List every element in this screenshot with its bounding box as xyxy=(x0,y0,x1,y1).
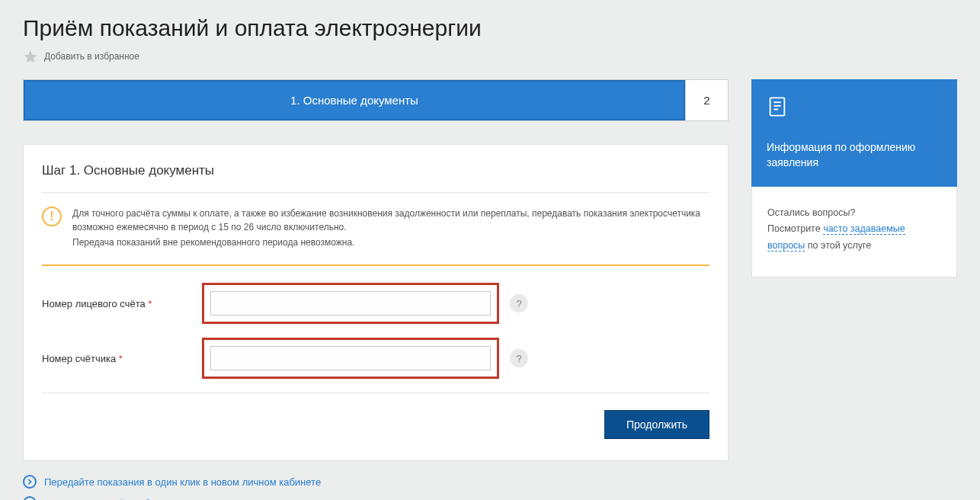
favorite-label: Добавить в избранное xyxy=(44,51,139,62)
quick-link-water-meters[interactable]: Приём показаний приборов учёта воды xyxy=(44,498,226,501)
account-number-input[interactable] xyxy=(210,291,491,316)
faq-suffix: по этой услуге xyxy=(805,240,871,251)
sidebar-info-header: Информация по оформлению заявления xyxy=(751,79,957,187)
document-icon xyxy=(767,96,788,117)
add-to-favorites[interactable]: Добавить в избранное xyxy=(23,49,957,64)
account-number-label: Номер лицевого счёта * xyxy=(42,298,202,309)
step-1-tab[interactable]: 1. Основные документы xyxy=(24,80,685,120)
notice-line-2: Передача показаний вне рекомендованного … xyxy=(72,236,709,249)
meter-number-input[interactable] xyxy=(210,346,491,370)
quick-links: Передайте показания в один клик в новом … xyxy=(23,475,729,500)
stepper: 1. Основные документы 2 xyxy=(23,79,729,121)
notice-text: Для точного расчёта суммы к оплате, а та… xyxy=(72,207,709,251)
form-card: Шаг 1. Основные документы ! Для точного … xyxy=(23,144,729,461)
svg-rect-0 xyxy=(770,98,785,115)
step-heading: Шаг 1. Основные документы xyxy=(42,163,709,193)
warning-icon: ! xyxy=(42,207,62,226)
meter-number-label: Номер счётчика * xyxy=(42,353,202,364)
meter-input-highlight xyxy=(202,338,499,379)
step-2-tab[interactable]: 2 xyxy=(685,80,728,120)
sidebar-info-body: Остались вопросы? Посмотрите часто задав… xyxy=(751,187,957,277)
notice-box: ! Для точного расчёта суммы к оплате, а … xyxy=(42,207,709,266)
star-icon xyxy=(23,49,38,64)
faq-prefix: Посмотрите xyxy=(767,223,823,234)
divider xyxy=(42,393,709,393)
account-input-highlight xyxy=(202,283,499,324)
arrow-right-icon xyxy=(23,496,37,500)
continue-button[interactable]: Продолжить xyxy=(604,410,709,439)
arrow-right-icon xyxy=(23,475,37,489)
notice-line-1: Для точного расчёта суммы к оплате, а та… xyxy=(72,207,709,234)
sidebar-info-title: Информация по оформлению заявления xyxy=(767,140,942,170)
page-title: Приём показаний и оплата электроэнергии xyxy=(23,15,957,41)
help-icon[interactable]: ? xyxy=(510,349,528,367)
quick-link-new-cabinet[interactable]: Передайте показания в один клик в новом … xyxy=(44,476,321,488)
help-icon[interactable]: ? xyxy=(510,294,528,312)
sidebar-question-label: Остались вопросы? xyxy=(767,205,941,221)
